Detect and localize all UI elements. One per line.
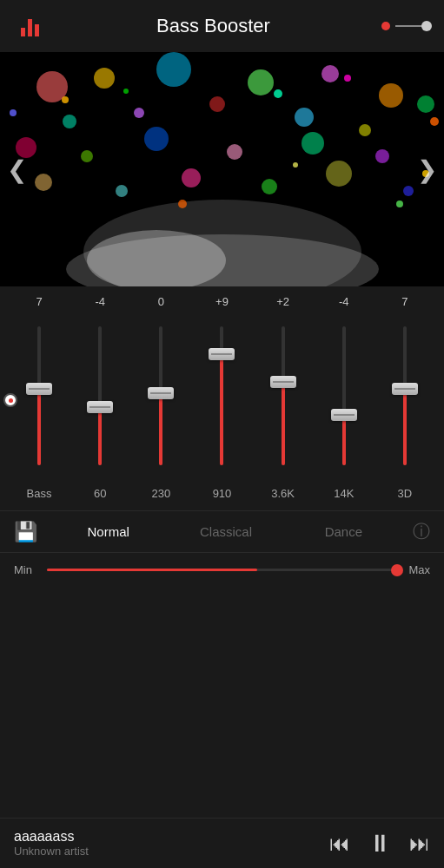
eq-label-910: 910 (200, 487, 243, 500)
preset-classical[interactable]: Classical (170, 521, 281, 542)
slider-track-60 (98, 326, 102, 465)
prev-viz-arrow[interactable]: ❮ (7, 155, 27, 184)
track-title: aaaaaass (14, 829, 329, 845)
playback-controls: ⏮ ⏸ ⏭ (329, 829, 430, 858)
slider-fill-3d (403, 389, 407, 465)
volume-row: Min Max (0, 552, 444, 587)
slider-fill-14k (342, 415, 346, 465)
eq-val-6: 7 (383, 295, 427, 308)
svg-point-14 (81, 150, 93, 162)
slider-track-3k6 (282, 326, 285, 465)
power-dot (381, 22, 390, 30)
save-preset-button[interactable]: 💾 (14, 521, 37, 543)
preset-dance[interactable]: Dance (288, 521, 399, 542)
header: Bass Booster (0, 0, 444, 52)
slider-fill-60 (98, 407, 102, 465)
slider-track-14k (342, 326, 346, 465)
bar1 (21, 28, 25, 36)
slider-col-230[interactable] (139, 313, 182, 478)
eq-values-row: 7 -4 0 +9 +2 -4 7 (9, 286, 435, 313)
slider-14k[interactable] (322, 318, 366, 474)
svg-point-28 (62, 96, 69, 103)
svg-point-9 (209, 96, 225, 112)
eq-section: 7 -4 0 +9 +2 -4 7 (0, 286, 444, 510)
slider-col-3k6[interactable] (262, 313, 305, 478)
slider-fill-3k6 (282, 382, 285, 465)
slider-60[interactable] (78, 318, 122, 474)
svg-point-6 (379, 83, 403, 108)
preset-help-button[interactable]: ⓘ (413, 520, 430, 543)
volume-slider-fill (47, 569, 257, 571)
vol-max-label: Max (406, 563, 430, 576)
eq-label-14k: 14K (322, 487, 366, 500)
preset-normal[interactable]: Normal (53, 521, 163, 542)
slider-thumb-60[interactable] (87, 401, 113, 413)
eq-sliders-container (9, 313, 435, 487)
svg-point-10 (295, 108, 314, 127)
eq-val-3: +9 (200, 295, 243, 308)
slider-thumb-14k[interactable] (331, 409, 357, 421)
svg-point-16 (227, 144, 242, 160)
slider-track-230 (159, 326, 162, 465)
bar2 (28, 19, 32, 36)
prev-button[interactable]: ⏮ (329, 832, 350, 856)
track-artist: Unknown artist (14, 845, 329, 858)
slider-track-bass (37, 326, 41, 465)
svg-point-7 (63, 115, 76, 128)
slider-910[interactable] (200, 318, 243, 474)
slider-thumb-230[interactable] (148, 387, 174, 399)
play-pause-button[interactable]: ⏸ (368, 829, 392, 858)
eq-circle-indicator (3, 393, 17, 407)
power-toggle[interactable] (381, 22, 430, 30)
slider-3d[interactable] (383, 318, 427, 474)
slider-fill-910 (220, 354, 223, 465)
slider-thumb-bass[interactable] (26, 383, 52, 395)
svg-point-17 (302, 132, 324, 155)
svg-point-22 (262, 179, 277, 194)
bars-icon-container[interactable] (14, 10, 45, 42)
eq-label-3d: 3D (383, 487, 427, 500)
svg-point-4 (248, 69, 274, 95)
slider-col-3d[interactable] (383, 313, 427, 478)
slider-3k6[interactable] (262, 318, 305, 474)
eq-label-60: 60 (78, 487, 122, 500)
slider-bass[interactable] (17, 318, 61, 474)
svg-point-18 (375, 149, 389, 163)
svg-point-15 (144, 127, 169, 151)
eq-label-230: 230 (139, 487, 182, 500)
svg-point-5 (321, 65, 339, 82)
eq-labels-row: Bass 60 230 910 3.6K 14K 3D (9, 487, 435, 510)
volume-slider[interactable] (47, 569, 397, 571)
volume-slider-thumb[interactable] (391, 564, 403, 576)
svg-point-36 (178, 200, 187, 208)
svg-point-31 (123, 89, 129, 94)
slider-col-60[interactable] (78, 313, 122, 478)
slider-thumb-3k6[interactable] (270, 376, 296, 388)
svg-point-3 (156, 52, 191, 87)
eq-circle-dot (9, 398, 13, 403)
svg-point-20 (116, 185, 128, 197)
svg-point-23 (326, 161, 352, 187)
slider-230[interactable] (139, 318, 182, 474)
next-button[interactable]: ⏭ (409, 832, 430, 856)
svg-point-35 (293, 162, 298, 168)
eq-label-bass: Bass (17, 487, 61, 500)
eq-val-1: -4 (78, 295, 122, 308)
power-line (395, 25, 430, 27)
svg-point-8 (134, 108, 144, 118)
svg-point-21 (182, 168, 201, 187)
eq-val-0: 7 (17, 295, 61, 308)
slider-fill-bass (37, 389, 41, 465)
slider-col-910[interactable] (200, 313, 243, 478)
slider-thumb-3d[interactable] (392, 383, 418, 395)
svg-point-32 (430, 117, 439, 126)
next-viz-arrow[interactable]: ❯ (417, 155, 437, 184)
slider-col-14k[interactable] (322, 313, 366, 478)
viz-svg (0, 52, 444, 286)
svg-point-24 (403, 186, 414, 196)
svg-point-30 (344, 75, 351, 82)
track-info: aaaaaass Unknown artist (14, 829, 329, 858)
slider-thumb-910[interactable] (209, 348, 235, 360)
slider-col-bass[interactable] (17, 313, 61, 478)
presets-row: 💾 Normal Classical Dance ⓘ (0, 510, 444, 552)
